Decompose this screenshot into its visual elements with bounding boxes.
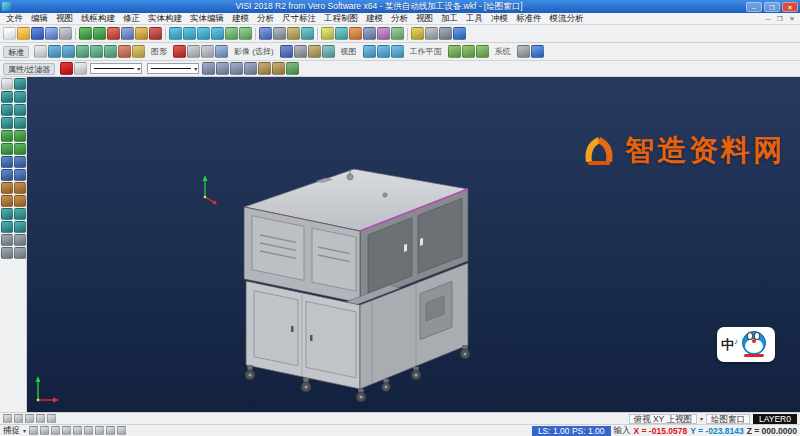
vertex-filter-icon[interactable] — [104, 45, 117, 58]
filter-points-icon[interactable] — [202, 62, 215, 75]
copy-icon[interactable] — [121, 27, 134, 40]
menu-item-15[interactable]: 工具 — [462, 13, 487, 25]
toolbar-tab[interactable]: 标准 — [3, 46, 29, 58]
selection-filter-icon[interactable] — [391, 27, 404, 40]
view-name-field[interactable]: 俯视 XY 上视图 — [629, 414, 697, 424]
print-icon[interactable] — [59, 27, 72, 40]
loft-solid-icon[interactable] — [14, 169, 26, 181]
tangent-snap-icon[interactable] — [84, 426, 93, 435]
snap-settings-icon[interactable] — [377, 27, 390, 40]
entity-color-icon[interactable] — [173, 45, 186, 58]
layers-panel-icon[interactable] — [14, 234, 26, 246]
grid-snap-icon[interactable] — [117, 426, 126, 435]
render-wireframe-icon[interactable] — [294, 45, 307, 58]
filter-all-icon[interactable] — [286, 62, 299, 75]
arc-create-icon[interactable] — [1, 104, 13, 116]
menu-item-4[interactable]: 修正 — [119, 13, 144, 25]
dynamic-input-toggle-icon[interactable] — [36, 414, 45, 423]
menu-item-16[interactable]: 冲模 — [487, 13, 512, 25]
close-button[interactable]: ✕ — [782, 2, 798, 12]
menu-item-5[interactable]: 实体构建 — [144, 13, 186, 25]
select-cursor-icon[interactable] — [34, 45, 47, 58]
grid-snap-toggle-icon[interactable] — [14, 414, 23, 423]
calculator-icon[interactable] — [439, 27, 452, 40]
snap-toggle[interactable]: 捕捉 — [3, 425, 20, 436]
quadrant-snap-icon[interactable] — [62, 426, 71, 435]
view-iso-icon[interactable] — [363, 45, 376, 58]
circle-create-icon[interactable] — [14, 104, 26, 116]
mirror-entity-icon[interactable] — [14, 130, 26, 142]
render-hidden-line-icon[interactable] — [308, 45, 321, 58]
selection-arrow-icon[interactable] — [1, 78, 13, 90]
point-create-icon[interactable] — [14, 78, 26, 90]
intersection-snap-icon[interactable] — [73, 426, 82, 435]
attribute-manager-icon[interactable] — [335, 27, 348, 40]
view-manager-icon[interactable] — [14, 247, 26, 259]
help-icon[interactable] — [453, 27, 466, 40]
node-snap-icon[interactable] — [106, 426, 115, 435]
cad-model-machine[interactable] — [220, 157, 485, 402]
uv-curve-icon[interactable] — [14, 221, 26, 233]
rectangle-create-icon[interactable] — [14, 117, 26, 129]
transparency-icon[interactable] — [215, 45, 228, 58]
extrude-solid-icon[interactable] — [1, 156, 13, 168]
polyline-create-icon[interactable] — [14, 91, 26, 103]
mdi-minimize-button[interactable]: ─ — [762, 15, 774, 22]
color-filter-icon[interactable] — [118, 45, 131, 58]
grid-toggle-icon[interactable] — [363, 27, 376, 40]
filter-solids-icon[interactable] — [244, 62, 257, 75]
sweep-solid-icon[interactable] — [1, 169, 13, 181]
view-dropdown-caret[interactable]: ▾ — [700, 415, 703, 422]
pan-view-icon[interactable] — [225, 27, 238, 40]
menu-item-3[interactable]: 线框构建 — [77, 13, 119, 25]
trim-curve-icon[interactable] — [1, 143, 13, 155]
fillet-2d-icon[interactable] — [14, 143, 26, 155]
lineweight-toggle-icon[interactable] — [47, 414, 56, 423]
wcs-toggle-icon[interactable] — [349, 27, 362, 40]
window-name-field[interactable]: 绘图窗口 — [706, 414, 750, 424]
import-icon[interactable] — [45, 27, 58, 40]
offset-curve-icon[interactable] — [1, 130, 13, 142]
shaded-mode-icon[interactable] — [259, 27, 272, 40]
active-layer-chip[interactable]: LAYER0 — [753, 414, 797, 424]
save-icon[interactable] — [31, 27, 44, 40]
properties-panel-icon[interactable] — [1, 247, 13, 259]
rotate-view-icon[interactable] — [239, 27, 252, 40]
face-filter-icon[interactable] — [76, 45, 89, 58]
line-create-icon[interactable] — [1, 91, 13, 103]
undo-icon[interactable] — [79, 27, 92, 40]
system-settings-icon[interactable] — [517, 45, 530, 58]
render-xray-icon[interactable] — [322, 45, 335, 58]
line-style-icon[interactable] — [187, 45, 200, 58]
box-select-icon[interactable] — [48, 45, 61, 58]
spline-create-icon[interactable] — [1, 117, 13, 129]
workplane-align-icon[interactable] — [462, 45, 475, 58]
workplane-xy-icon[interactable] — [448, 45, 461, 58]
surface-from-curves-icon[interactable] — [1, 221, 13, 233]
zoom-window-icon[interactable] — [183, 27, 196, 40]
menu-item-14[interactable]: 加工 — [437, 13, 462, 25]
delete-icon[interactable] — [149, 27, 162, 40]
menu-item-12[interactable]: 分析 — [387, 13, 412, 25]
shell-solid-icon[interactable] — [1, 195, 13, 207]
revolve-solid-icon[interactable] — [14, 156, 26, 168]
hidden-line-mode-icon[interactable] — [287, 27, 300, 40]
fillet-3d-icon[interactable] — [14, 195, 26, 207]
polar-toggle-icon[interactable] — [25, 414, 34, 423]
dynamic-rotate-icon[interactable] — [301, 27, 314, 40]
perpendicular-snap-icon[interactable] — [95, 426, 104, 435]
project-curve-icon[interactable] — [1, 208, 13, 220]
filter-dimensions-icon[interactable] — [258, 62, 271, 75]
menu-item-10[interactable]: 工程制图 — [320, 13, 362, 25]
minimize-button[interactable]: ─ — [746, 2, 762, 12]
viewport-canvas[interactable]: 智造资料网 中♪ — [27, 77, 800, 412]
mdi-close-button[interactable]: ✕ — [786, 15, 798, 23]
line-weight-icon[interactable] — [201, 45, 214, 58]
mdi-restore-button[interactable]: ❐ — [774, 15, 786, 23]
boolean-subtract-icon[interactable] — [14, 182, 26, 194]
paste-icon[interactable] — [135, 27, 148, 40]
wireframe-mode-icon[interactable] — [273, 27, 286, 40]
view-front-icon[interactable] — [377, 45, 390, 58]
workplane-3point-icon[interactable] — [476, 45, 489, 58]
render-shaded-icon[interactable] — [280, 45, 293, 58]
